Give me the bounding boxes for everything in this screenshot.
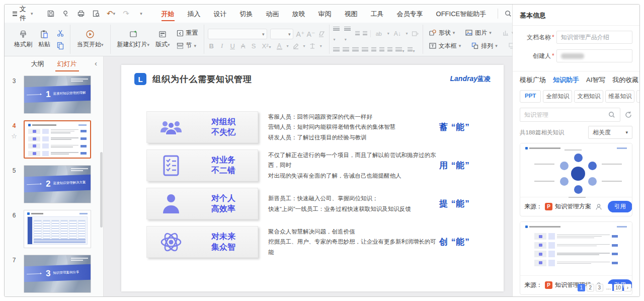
chip-all-knowledge[interactable]: 全部知识: [543, 90, 572, 103]
clear-format-icon[interactable]: [317, 30, 326, 38]
slide-thumbnail-4-selected[interactable]: 4 ☆: [5, 120, 103, 159]
knowledge-search-box[interactable]: [520, 108, 620, 122]
superscript-button[interactable]: X²▾: [261, 42, 273, 50]
slide-thumbnail-5[interactable]: 5 2 蓝凌知识管理解决方案: [5, 165, 103, 203]
strikethrough-button[interactable]: A: [239, 42, 247, 50]
highlight-icon[interactable]: [292, 42, 300, 50]
tab-member[interactable]: 会员专享: [390, 5, 430, 22]
textbox-button[interactable]: 文本框▾: [427, 41, 463, 51]
decrease-indent-button[interactable]: [355, 31, 360, 36]
tab-my-favorites[interactable]: 我的收藏: [612, 76, 638, 85]
customize-quickbar-button[interactable]: ▾: [135, 8, 148, 20]
knowledge-card-1[interactable]: 来源： P 知识管理方案 引用: [520, 143, 632, 216]
align-center-button[interactable]: [343, 47, 349, 52]
bullets-button[interactable]: ▾: [333, 25, 341, 43]
cut-button[interactable]: [54, 28, 66, 38]
search-icon[interactable]: [608, 111, 616, 119]
tab-slideshow[interactable]: 放映: [286, 5, 312, 22]
new-slide-button[interactable]: 新建幻灯片▾: [114, 29, 153, 50]
increase-indent-button[interactable]: [363, 31, 367, 36]
distribute-button[interactable]: [371, 47, 376, 52]
source-doc-name[interactable]: 知识管理方案: [555, 202, 591, 211]
align-left-button[interactable]: [333, 47, 340, 52]
page-2[interactable]: 2: [587, 284, 594, 291]
change-case-button[interactable]: ab: [374, 31, 384, 37]
save-button[interactable]: [44, 8, 57, 20]
page-1[interactable]: 1: [578, 284, 585, 291]
tab-home[interactable]: 开始: [155, 5, 181, 22]
tab-insert[interactable]: 插入: [181, 5, 207, 22]
undo-button[interactable]: ↶ ▾: [105, 8, 118, 20]
export-button[interactable]: [59, 8, 72, 20]
picture-button[interactable]: 图片▾: [463, 28, 494, 38]
tab-design[interactable]: 设计: [207, 5, 233, 22]
decrease-font-button[interactable]: A⁻: [307, 30, 314, 38]
tab-tools[interactable]: 工具: [364, 5, 390, 22]
star-icon[interactable]: ☆: [11, 132, 17, 140]
font-size-select[interactable]: ▾: [270, 29, 293, 39]
shapes-button[interactable]: 形状▾: [427, 28, 457, 38]
section-button[interactable]: 节▾: [174, 40, 200, 51]
paste-button[interactable]: 粘贴: [35, 29, 53, 50]
print-button[interactable]: [74, 8, 88, 20]
line-spacing-button[interactable]: [379, 47, 384, 52]
collapse-panel-button[interactable]: ‹: [95, 59, 97, 67]
column-button[interactable]: [387, 47, 392, 52]
font-color-button[interactable]: A: [276, 42, 283, 49]
tab-review[interactable]: 审阅: [312, 5, 338, 22]
thumbnail-scrollbar[interactable]: [100, 152, 103, 228]
tab-view[interactable]: 视图: [338, 5, 364, 22]
font-name-select[interactable]: ▾: [208, 29, 267, 39]
print-preview-button[interactable]: [90, 8, 103, 20]
underline-button[interactable]: U: [229, 42, 236, 50]
convert-icon[interactable]: [411, 30, 419, 38]
ribbon-search-button[interactable]: [498, 9, 512, 19]
current-slide[interactable]: L 组织为什么需要知识管理 Landray蓝凌: [121, 65, 504, 291]
file-menu[interactable]: 文件 ▾: [10, 5, 36, 23]
align-right-button[interactable]: [352, 47, 359, 52]
next-page-button[interactable]: ›: [624, 284, 631, 291]
paragraph-spacing-button[interactable]: ▾: [395, 45, 405, 54]
source-label: 来源：: [524, 202, 542, 211]
slide-thumbnail-3[interactable]: 3 1 蓝凌对知识管理的理解: [5, 76, 103, 114]
bold-button[interactable]: B: [208, 42, 215, 50]
italic-button[interactable]: I: [218, 42, 226, 50]
tab-slides[interactable]: 幻灯片: [56, 57, 78, 71]
numbering-button[interactable]: ▾: [344, 25, 352, 43]
refresh-button[interactable]: [624, 111, 632, 119]
creator-input[interactable]: [556, 49, 632, 62]
tab-outline[interactable]: 大纲: [30, 57, 45, 71]
tab-ai-writing[interactable]: AI智写: [586, 76, 605, 85]
tab-transition[interactable]: 切换: [233, 5, 260, 22]
sort-dropdown[interactable]: 相关度 ▾: [588, 126, 632, 139]
chip-wiki-knowledge[interactable]: 维基知识: [605, 90, 634, 103]
text-direction-button[interactable]: A↓: [392, 30, 403, 37]
doc-name-input[interactable]: 知识管理产品介绍: [556, 31, 632, 44]
increase-font-button[interactable]: A⁺: [296, 30, 304, 38]
format-painter-button[interactable]: 格式刷: [11, 29, 35, 50]
page-10[interactable]: 10: [614, 284, 622, 291]
tab-ai-assistant[interactable]: OFFICE智能助手: [430, 5, 493, 22]
copy-button[interactable]: [54, 40, 66, 50]
phonetic-guide-icon[interactable]: [308, 42, 316, 50]
redo-button[interactable]: ↷: [120, 8, 133, 20]
title-logo-badge: L: [134, 73, 146, 85]
paragraph-layout-button[interactable]: ▾: [408, 45, 415, 54]
chip-doc-knowledge[interactable]: 文档知识: [574, 90, 603, 103]
arrange-button[interactable]: 排列▾: [469, 41, 500, 51]
page-3[interactable]: 3: [596, 284, 603, 291]
slide-thumbnail-7[interactable]: 7 3 知识管理案例分享: [5, 255, 103, 293]
chip-ppt[interactable]: PPT: [520, 90, 541, 103]
search-input[interactable]: [524, 111, 608, 118]
justify-button[interactable]: [362, 47, 368, 52]
tab-template-market[interactable]: 模板广场: [520, 76, 546, 85]
layout-button[interactable]: 版式▾: [152, 29, 173, 50]
reset-button[interactable]: 重置: [174, 28, 200, 38]
cite-button[interactable]: 引用: [608, 201, 632, 212]
slide-thumbnail-6[interactable]: 6: [5, 210, 103, 248]
tab-animation[interactable]: 动画: [260, 5, 286, 22]
text-shadow-button[interactable]: S: [250, 42, 258, 50]
chip-atom-knowledge[interactable]: 原子知识: [636, 90, 639, 103]
play-from-page-button[interactable]: 当页开始▾: [74, 29, 107, 50]
tab-knowledge-assistant[interactable]: 知识助手: [553, 76, 579, 85]
